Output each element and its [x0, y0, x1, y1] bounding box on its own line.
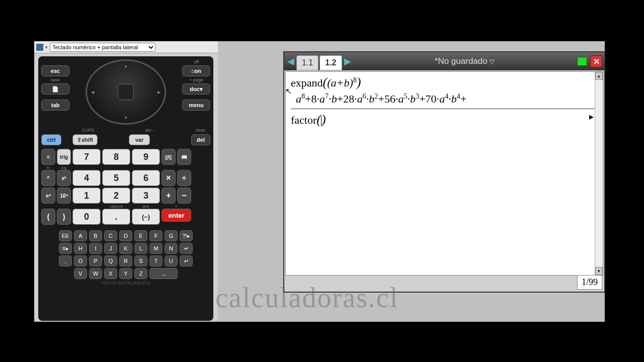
alpha-row: VWXYZ⎵ [41, 268, 210, 279]
alpha-key-,[interactable]: , [59, 255, 72, 266]
alpha-key-π▸[interactable]: π▸ [59, 243, 72, 254]
alpha-key-t[interactable]: T [149, 255, 163, 266]
current-input[interactable]: factor() [291, 112, 598, 127]
del-key[interactable]: del [191, 134, 210, 145]
key-3[interactable]: 3 [132, 188, 160, 204]
key-8[interactable]: 8 [102, 149, 130, 165]
capture-label: capture [102, 204, 130, 209]
plus-key[interactable]: + [162, 188, 176, 204]
alpha-key-y[interactable]: Y [119, 268, 132, 279]
key-7[interactable]: 7 [72, 149, 101, 165]
key-4[interactable]: 4 [72, 170, 101, 186]
alpha-key-u[interactable]: U [165, 255, 178, 266]
key-1[interactable]: 1 [72, 188, 101, 204]
div-key[interactable]: ÷ [177, 170, 191, 186]
key-2[interactable]: 2 [102, 188, 130, 204]
alpha-key-p[interactable]: P [89, 255, 102, 266]
alpha-key-o[interactable]: O [74, 255, 87, 266]
scrollbar[interactable]: ▴ ▾ [595, 72, 603, 275]
times-key[interactable]: × [162, 170, 176, 186]
save-label: save [41, 77, 69, 82]
overflow-arrow-icon[interactable]: ▸ [589, 111, 594, 122]
ex-key[interactable]: eˣ [41, 188, 55, 204]
input-line: expand((a+b)8) [291, 75, 598, 90]
keypad-toolbar: ▾ Teclado numérico + pantalla lateral [34, 41, 218, 53]
prev-tab-icon[interactable]: ◀ [286, 54, 295, 68]
alpha-key-g[interactable]: G [165, 230, 178, 241]
esc-key[interactable]: esc [41, 65, 69, 76]
alpha-key-r[interactable]: R [119, 255, 132, 266]
log-label: log [57, 165, 71, 170]
alpha-key-a[interactable]: A [74, 230, 87, 241]
brand-label: TEXAS INSTRUMENTS [41, 281, 210, 286]
key-9[interactable]: 9 [132, 149, 160, 165]
alpha-key-w[interactable]: W [89, 268, 102, 279]
close-icon[interactable]: ✕ [590, 55, 602, 67]
scroll-up-icon[interactable]: ▴ [595, 72, 603, 80]
scroll-down-icon[interactable]: ▾ [595, 267, 603, 275]
alpha-key-x[interactable]: X [104, 268, 117, 279]
alpha-key-l[interactable]: L [134, 243, 147, 254]
dropdown-caret-icon[interactable]: ▾ [45, 45, 48, 50]
alpha-key-j[interactable]: J [104, 243, 117, 254]
calc-icon[interactable] [36, 44, 43, 51]
approx-label: ≈ [162, 204, 191, 209]
alpha-key-v[interactable]: V [74, 268, 87, 279]
enter-key[interactable]: enter [162, 209, 191, 222]
tab-1-2[interactable]: 1.2 [319, 55, 342, 70]
doc-title[interactable]: *No guardado▽ [353, 56, 577, 66]
ctrl-key[interactable]: ctrl [41, 134, 61, 145]
minus-key[interactable]: − [177, 188, 191, 204]
layout-select[interactable]: Teclado numérico + pantalla lateral [50, 43, 155, 52]
catalog-key[interactable]: 📖 [177, 149, 191, 165]
page-label: + page [182, 77, 210, 82]
space-key[interactable]: ⎵ [149, 268, 178, 279]
alpha-key-s[interactable]: S [134, 255, 147, 266]
neg-key[interactable]: (−) [132, 209, 160, 225]
calculator-body: esc save 📄 tab ⤺⤻ ▲ ◀ ▶ ▼ off [38, 56, 213, 321]
alpha-key-↵[interactable]: ↵ [180, 255, 193, 266]
on-key[interactable]: ⌂on [182, 65, 210, 76]
doc-key[interactable]: doc▾ [182, 83, 210, 95]
alpha-key-n[interactable]: N [165, 243, 178, 254]
lparen-key[interactable]: ( [41, 209, 55, 225]
caret-key[interactable]: ^ [41, 170, 55, 186]
save-key[interactable]: 📄 [41, 83, 69, 95]
alpha-key-↵[interactable]: ↵ [180, 243, 193, 254]
key-5[interactable]: 5 [102, 170, 130, 186]
alpha-key-q[interactable]: Q [104, 255, 117, 266]
key-6[interactable]: 6 [132, 170, 160, 186]
tenx-key[interactable]: 10ˣ [57, 188, 71, 204]
x2-key[interactable]: x² [57, 170, 71, 186]
menu-key[interactable]: menu [182, 100, 210, 111]
alpha-key-h[interactable]: H [74, 243, 87, 254]
dot-key[interactable]: . [102, 209, 130, 225]
key-0[interactable]: 0 [72, 209, 101, 225]
nav-cluster: esc save 📄 tab ⤺⤻ ▲ ◀ ▶ ▼ off [41, 59, 210, 125]
alpha-key-b[interactable]: B [89, 230, 102, 241]
var-key[interactable]: var [129, 134, 150, 145]
rparen-key[interactable]: ) [57, 209, 71, 225]
alpha-key-k[interactable]: K [119, 243, 132, 254]
alpha-key-d[interactable]: D [119, 230, 132, 241]
caps-label: CAPS [82, 128, 95, 133]
alpha-key-e[interactable]: E [134, 230, 147, 241]
shift-key[interactable]: ⇧shift [72, 134, 98, 145]
alpha-key-f[interactable]: F [149, 230, 163, 241]
template-key[interactable]: ▯/▯ [162, 149, 176, 165]
alpha-key-?!▸[interactable]: ?!▸ [180, 230, 193, 241]
alpha-key-ee[interactable]: EE [59, 230, 72, 241]
alpha-key-i[interactable]: I [89, 243, 102, 254]
alpha-row: ,OPQRSTU↵ [41, 255, 210, 266]
alpha-key-z[interactable]: Z [134, 268, 147, 279]
tab-1-1[interactable]: 1.1 [296, 55, 318, 70]
alpha-key-m[interactable]: M [149, 243, 163, 254]
tab-key[interactable]: tab [41, 100, 69, 111]
result-line: a8+8·a7·b+28·a6·b2+56·a5·b3+70·a4·b4+ [291, 92, 598, 109]
trig-key[interactable]: trig [57, 149, 71, 165]
eq-key[interactable]: = [41, 149, 55, 165]
math-workspace[interactable]: expand((a+b)8) a8+8·a7·b+28·a6·b2+56·a5·… [285, 71, 603, 276]
alpha-key-c[interactable]: C [104, 230, 117, 241]
next-tab-icon[interactable]: ▶ [343, 54, 352, 68]
touchpad[interactable]: ▲ ◀ ▶ ▼ [86, 59, 166, 125]
